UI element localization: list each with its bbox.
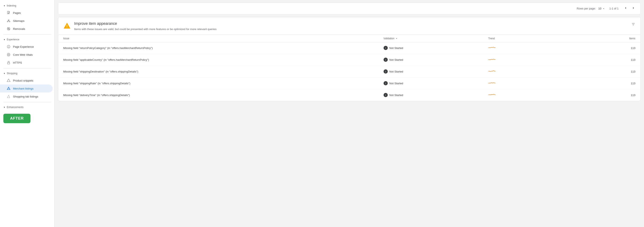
product-snippets-label: Product snippets bbox=[13, 79, 34, 82]
rows-dropdown-icon bbox=[602, 7, 605, 10]
sidebar-item-pages[interactable]: Pages bbox=[0, 9, 53, 17]
svg-rect-4 bbox=[7, 21, 8, 22]
https-icon bbox=[7, 61, 10, 65]
validation-cell: ! Not Started bbox=[378, 54, 483, 66]
svg-text:!: ! bbox=[385, 71, 386, 73]
svg-text:!: ! bbox=[66, 25, 68, 28]
svg-text:!: ! bbox=[385, 47, 386, 49]
validation-status: ! Not Started bbox=[384, 58, 478, 62]
validation-status: ! Not Started bbox=[384, 69, 478, 74]
pages-icon bbox=[7, 11, 10, 15]
issues-table: Issue Validation Trend bbox=[58, 35, 640, 101]
sidebar-section-indexing[interactable]: ▼ Indexing bbox=[0, 3, 54, 9]
validation-status: ! Not Started bbox=[384, 46, 478, 50]
sidebar-item-https[interactable]: HTTPS bbox=[0, 59, 53, 67]
pagination-next-button[interactable] bbox=[631, 5, 636, 12]
not-started-icon: ! bbox=[384, 46, 388, 50]
merchant-listings-icon bbox=[7, 87, 10, 90]
chevron-right-icon bbox=[632, 6, 636, 10]
core-web-vitals-label: Core Web Vitals bbox=[13, 53, 32, 56]
sidebar-section-enhancements[interactable]: ▼ Enhancements bbox=[0, 104, 54, 110]
issue-cell: Missing field "applicableCountry" (in "o… bbox=[58, 54, 378, 66]
sidebar-item-shopping-tab-listings[interactable]: Shopping tab listings bbox=[0, 93, 53, 100]
trend-sparkline bbox=[488, 93, 501, 97]
pagination-prev-button[interactable] bbox=[623, 5, 628, 12]
trend-cell bbox=[483, 77, 588, 89]
sidebar-item-merchant-listings[interactable]: Merchant listings bbox=[0, 85, 53, 93]
svg-line-8 bbox=[8, 21, 8, 21]
th-validation[interactable]: Validation bbox=[378, 35, 483, 42]
removals-label: Removals bbox=[13, 27, 25, 31]
sidebar-item-core-web-vitals[interactable]: Core Web Vitals bbox=[0, 51, 53, 59]
merchant-listings-label: Merchant listings bbox=[13, 87, 34, 90]
after-button[interactable]: AFTER bbox=[3, 114, 30, 123]
sidebar-item-removals[interactable]: Removals bbox=[0, 25, 53, 33]
sidebar-item-product-snippets[interactable]: Product snippets bbox=[0, 77, 53, 85]
divider-1 bbox=[3, 35, 51, 35]
chevron-left-icon bbox=[624, 6, 628, 10]
trend-sparkline bbox=[488, 57, 501, 62]
not-started-icon: ! bbox=[384, 58, 388, 62]
table-row[interactable]: Missing field "deliveryTime" (in "offers… bbox=[58, 89, 640, 101]
sidebar-section-shopping[interactable]: ▼ Shopping bbox=[0, 70, 54, 77]
not-started-icon: ! bbox=[384, 69, 388, 74]
rows-count[interactable]: 10 bbox=[598, 7, 605, 10]
table-row[interactable]: Missing field "shippingRate" (in "offers… bbox=[58, 77, 640, 89]
pages-label: Pages bbox=[13, 11, 21, 15]
issue-text: Missing field "applicableCountry" (in "o… bbox=[63, 58, 149, 61]
svg-line-9 bbox=[8, 21, 10, 21]
issue-cell: Missing field "shippingRate" (in "offers… bbox=[58, 77, 378, 89]
pagination-bar: Rows per page: 10 1-1 of 1 bbox=[58, 3, 641, 15]
sitemaps-label: Sitemaps bbox=[13, 19, 24, 23]
svg-rect-5 bbox=[8, 20, 9, 21]
svg-marker-22 bbox=[7, 95, 10, 98]
issue-text: Missing field "returnPolicyCategory" (in… bbox=[63, 47, 153, 50]
sidebar-item-sitemaps[interactable]: Sitemaps bbox=[0, 17, 53, 25]
card-title: Improve item appearance bbox=[74, 22, 216, 26]
issue-text: Missing field "shippingDestination" (in … bbox=[63, 70, 138, 73]
sidebar-section-experience[interactable]: ▼ Experience bbox=[0, 36, 54, 43]
sidebar-item-page-experience[interactable]: Page Experience bbox=[0, 43, 53, 51]
validation-cell: ! Not Started bbox=[378, 77, 483, 89]
trend-sparkline bbox=[488, 69, 501, 73]
trend-cell bbox=[483, 66, 588, 77]
not-started-icon: ! bbox=[384, 93, 388, 97]
trend-cell bbox=[483, 89, 588, 101]
table-row[interactable]: Missing field "returnPolicyCategory" (in… bbox=[58, 42, 640, 54]
svg-text:!: ! bbox=[385, 94, 386, 96]
indexing-section-label: Indexing bbox=[7, 4, 16, 7]
validation-status: ! Not Started bbox=[384, 81, 478, 85]
items-cell: 113 bbox=[588, 77, 640, 89]
indexing-arrow-icon: ▼ bbox=[3, 5, 6, 7]
table-row[interactable]: Missing field "applicableCountry" (in "o… bbox=[58, 54, 640, 66]
enhancements-arrow-icon: ▼ bbox=[3, 106, 6, 108]
issue-cell: Missing field "shippingDestination" (in … bbox=[58, 66, 378, 77]
sort-down-icon bbox=[395, 37, 398, 40]
items-cell: 113 bbox=[588, 42, 640, 54]
items-cell: 113 bbox=[588, 66, 640, 77]
svg-marker-21 bbox=[8, 88, 10, 90]
divider-2 bbox=[3, 68, 51, 69]
svg-rect-18 bbox=[8, 62, 10, 64]
https-label: HTTPS bbox=[13, 61, 22, 64]
th-items: Items bbox=[588, 35, 640, 42]
trend-cell bbox=[483, 54, 588, 66]
issue-text: Missing field "deliveryTime" (in "offers… bbox=[63, 94, 130, 97]
validation-cell: ! Not Started bbox=[378, 66, 483, 77]
filter-icon[interactable] bbox=[631, 22, 636, 28]
shopping-section-label: Shopping bbox=[7, 72, 18, 75]
table-row[interactable]: Missing field "shippingDestination" (in … bbox=[58, 66, 640, 77]
trend-cell bbox=[483, 42, 588, 54]
items-cell: 113 bbox=[588, 54, 640, 66]
experience-arrow-icon: ▼ bbox=[3, 39, 6, 41]
main-content: Rows per page: 10 1-1 of 1 ! bbox=[54, 0, 644, 227]
rows-count-value: 10 bbox=[598, 7, 601, 10]
experience-section-label: Experience bbox=[7, 38, 19, 41]
product-snippets-icon bbox=[7, 79, 10, 82]
card-subtitle: Items with these issues are valid, but c… bbox=[74, 27, 216, 31]
svg-marker-19 bbox=[7, 79, 10, 82]
not-started-icon: ! bbox=[384, 81, 388, 85]
shopping-tab-listings-icon bbox=[7, 95, 10, 98]
removals-icon bbox=[7, 27, 10, 31]
core-web-vitals-icon bbox=[7, 53, 10, 57]
